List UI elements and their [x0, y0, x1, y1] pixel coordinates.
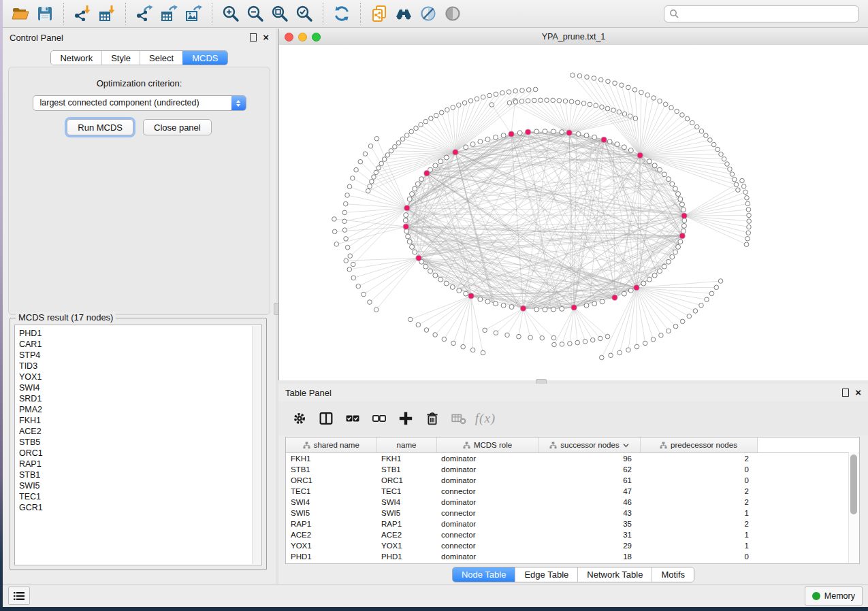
- close-panel-icon[interactable]: ×: [263, 33, 269, 42]
- window-maximize-icon[interactable]: [312, 33, 321, 42]
- mcds-result-item[interactable]: TEC1: [15, 491, 261, 502]
- table-row[interactable]: STB1STB1dominator620: [286, 464, 859, 475]
- mcds-hub-node[interactable]: [520, 306, 526, 311]
- zoom-in-icon[interactable]: [219, 3, 243, 24]
- tab-motifs[interactable]: Motifs: [652, 567, 694, 582]
- show-columns-icon[interactable]: [316, 409, 336, 428]
- table-scrollbar-thumb[interactable]: [850, 455, 857, 514]
- mcds-hub-node[interactable]: [403, 224, 408, 229]
- open-icon[interactable]: [8, 3, 33, 24]
- mcds-result-item[interactable]: ACE2: [15, 426, 261, 437]
- mcds-result-item[interactable]: PHD1: [15, 328, 261, 339]
- mcds-hub-node[interactable]: [637, 152, 643, 158]
- select-all-icon[interactable]: [342, 409, 363, 428]
- mcds-hub-node[interactable]: [416, 255, 421, 261]
- tab-network[interactable]: Network: [51, 51, 101, 65]
- table-row[interactable]: RAP1RAP1dominator352: [286, 518, 859, 529]
- mcds-hub-node[interactable]: [571, 305, 577, 310]
- mcds-result-item[interactable]: SWI4: [15, 382, 261, 393]
- mcds-hub-node[interactable]: [468, 293, 474, 299]
- tab-style[interactable]: Style: [101, 51, 140, 65]
- export-table-icon[interactable]: [157, 3, 181, 24]
- tab-select[interactable]: Select: [140, 51, 182, 65]
- table-row[interactable]: TEC1TEC1connector472: [286, 486, 859, 497]
- tab-edge-table[interactable]: Edge Table: [515, 567, 577, 582]
- mcds-hub-node[interactable]: [612, 295, 617, 300]
- zoom-selected-icon[interactable]: [292, 3, 317, 24]
- table-scrollbar[interactable]: [848, 452, 858, 563]
- mcds-result-item[interactable]: SRD1: [15, 393, 261, 404]
- show-all-icon[interactable]: [440, 3, 465, 24]
- search-input[interactable]: [679, 8, 858, 19]
- close-panel-button[interactable]: Close panel: [143, 119, 212, 135]
- mcds-result-item[interactable]: STB1: [15, 469, 261, 480]
- zoom-fit-icon[interactable]: [268, 3, 292, 24]
- save-icon[interactable]: [33, 3, 57, 24]
- export-image-icon[interactable]: [181, 3, 206, 24]
- mcds-hub-node[interactable]: [634, 285, 639, 291]
- refresh-icon[interactable]: [329, 3, 354, 24]
- import-table-icon[interactable]: [95, 3, 119, 24]
- find-icon[interactable]: [391, 3, 416, 24]
- status-list-button[interactable]: [8, 587, 30, 605]
- mcds-result-item[interactable]: TID3: [15, 361, 261, 371]
- tab-network-table[interactable]: Network Table: [577, 567, 652, 582]
- column-header[interactable]: MCDS role: [436, 437, 539, 453]
- mcds-hub-node[interactable]: [525, 129, 530, 135]
- mcds-result-item[interactable]: CAR1: [15, 339, 261, 350]
- column-header[interactable]: successor nodes: [539, 437, 640, 453]
- table-cell-filler: [757, 508, 859, 518]
- window-minimize-icon[interactable]: [298, 33, 307, 42]
- search-box[interactable]: [664, 5, 859, 22]
- window-close-icon[interactable]: [285, 33, 293, 42]
- mcds-hub-node[interactable]: [681, 213, 687, 218]
- mcds-result-item[interactable]: SWI5: [15, 480, 261, 491]
- table-row[interactable]: YOX1YOX1connector291: [286, 540, 859, 551]
- mcds-result-item[interactable]: ORC1: [15, 448, 261, 459]
- table-row[interactable]: SWI5SWI5connector431: [286, 508, 859, 518]
- optimization-criterion-dropdown[interactable]: largest connected component (undirected): [33, 95, 246, 111]
- export-network-icon[interactable]: [132, 3, 157, 24]
- delete-icon[interactable]: [422, 409, 443, 428]
- clone-network-icon[interactable]: [367, 3, 391, 24]
- mcds-result-item[interactable]: YOX1: [15, 371, 261, 382]
- mcds-result-item[interactable]: RAP1: [15, 459, 261, 469]
- mcds-list-scrollbar[interactable]: [252, 326, 261, 564]
- table-row[interactable]: FKH1FKH1dominator962: [286, 453, 859, 465]
- column-header[interactable]: predecessor nodes: [640, 437, 757, 453]
- mcds-result-item[interactable]: FKH1: [15, 415, 261, 426]
- table-row[interactable]: ORC1ORC1dominator610: [286, 475, 859, 486]
- close-table-panel-icon[interactable]: ×: [855, 389, 861, 397]
- mcds-hub-node[interactable]: [509, 131, 514, 137]
- table-row[interactable]: ACE2ACE2connector311: [286, 529, 859, 540]
- tab-mcds[interactable]: MCDS: [182, 51, 227, 65]
- mcds-result-item[interactable]: STB5: [15, 437, 261, 448]
- mcds-hub-node[interactable]: [453, 150, 458, 155]
- column-header[interactable]: name: [376, 437, 436, 453]
- mcds-hub-node[interactable]: [424, 171, 430, 176]
- mcds-hub-node[interactable]: [566, 130, 572, 135]
- column-header[interactable]: shared name: [286, 437, 376, 453]
- add-row-icon[interactable]: [396, 409, 416, 428]
- hide-selected-icon[interactable]: [416, 3, 440, 24]
- mcds-hub-node[interactable]: [601, 137, 607, 142]
- float-table-panel-icon[interactable]: [842, 389, 849, 397]
- network-graph[interactable]: [279, 45, 868, 380]
- memory-button[interactable]: Memory: [805, 587, 863, 606]
- run-mcds-button[interactable]: Run MCDS: [67, 119, 133, 135]
- deselect-all-icon[interactable]: [369, 409, 389, 428]
- mcds-hub-node[interactable]: [404, 205, 410, 211]
- float-panel-icon[interactable]: [250, 33, 257, 42]
- tab-node-table[interactable]: Node Table: [453, 567, 515, 582]
- zoom-out-icon[interactable]: [243, 3, 268, 24]
- import-network-icon[interactable]: [70, 3, 95, 24]
- mcds-hub-node[interactable]: [679, 233, 685, 239]
- network-canvas[interactable]: [279, 45, 868, 380]
- table-row[interactable]: SWI4SWI4dominator462: [286, 497, 859, 508]
- table-row[interactable]: PHD1PHD1dominator180: [286, 551, 859, 562]
- mcds-result-list[interactable]: PHD1CAR1STP4TID3YOX1SWI4SRD1PMA2FKH1ACE2…: [14, 325, 262, 565]
- table-settings-icon[interactable]: [289, 409, 310, 428]
- mcds-result-item[interactable]: PMA2: [15, 404, 261, 415]
- mcds-result-item[interactable]: GCR1: [15, 502, 261, 513]
- mcds-result-item[interactable]: STP4: [15, 350, 261, 361]
